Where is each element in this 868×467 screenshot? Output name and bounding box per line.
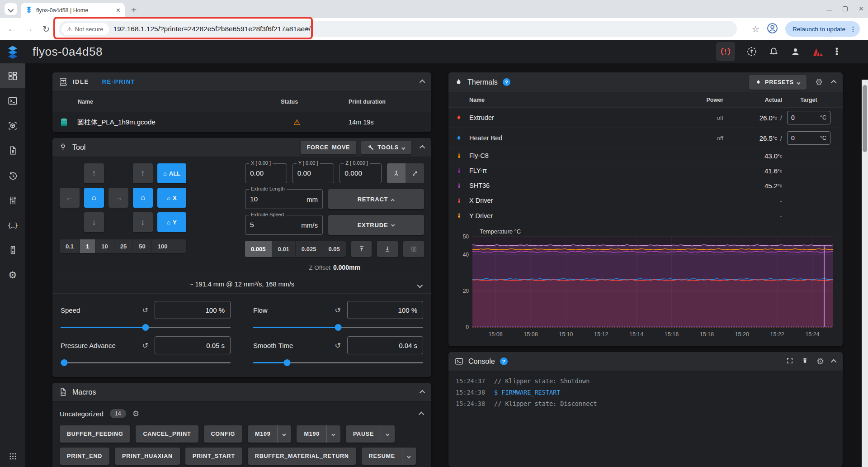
notifications-bell-icon[interactable] xyxy=(769,47,779,57)
target-temp-field[interactable]: °C xyxy=(787,111,830,124)
target-temp-input[interactable] xyxy=(791,114,812,121)
z-step-0.01[interactable]: 0.01 xyxy=(272,241,296,257)
sidebar-item-settings[interactable]: ⚙ xyxy=(0,262,25,287)
extrude-speed-field[interactable]: Extrude Speed mm/s xyxy=(245,215,323,235)
console-log[interactable]: 15:24:37// Klipper state: Shutdown 15:24… xyxy=(448,371,843,443)
z-offset-save-button[interactable] xyxy=(403,241,424,257)
collapse-thermals-panel-icon[interactable] xyxy=(831,80,837,86)
jog-x-plus-button[interactable]: → xyxy=(108,188,128,208)
position-mode-relative-toggle[interactable] xyxy=(406,163,424,183)
macro-button[interactable]: M109 xyxy=(248,425,291,443)
console-settings-icon[interactable]: ⚙ xyxy=(816,356,824,367)
app-logo[interactable] xyxy=(0,44,25,59)
retract-button[interactable]: RETRACT xyxy=(328,189,424,209)
thermals-help-icon[interactable]: ? xyxy=(503,78,510,86)
macro-button[interactable]: PRINT_HUAXIAN xyxy=(115,448,180,465)
z-step-0.025[interactable]: 0.025 xyxy=(296,241,323,257)
move-step-10[interactable]: 10 xyxy=(95,239,114,253)
macro-button[interactable]: PRINT_START xyxy=(185,448,242,465)
thermal-row-extruder[interactable]: Extruder off 26.0°c/ °C xyxy=(448,108,843,128)
console-help-icon[interactable]: ? xyxy=(500,357,508,365)
profile-avatar-icon[interactable] xyxy=(767,23,778,36)
smooth-time-value[interactable]: 0.04 s xyxy=(347,336,423,354)
extrude-length-input[interactable] xyxy=(250,195,303,203)
url-bar[interactable]: ⚠ Not secure 192.168.1.125/?printer=2428… xyxy=(59,21,737,37)
reprint-button[interactable]: RE-PRINT xyxy=(102,78,135,85)
thermal-row-heater-bed[interactable]: Heater Bed off 26.5°c/ °C xyxy=(448,128,843,148)
macro-button[interactable]: CANCEL_PRINT xyxy=(136,425,198,443)
window-maximize-button[interactable] xyxy=(843,6,848,11)
window-close-button[interactable]: × xyxy=(859,5,863,13)
smooth-time-slider[interactable] xyxy=(253,362,423,363)
pressure-advance-slider[interactable] xyxy=(61,362,231,363)
macro-button[interactable]: PAUSE xyxy=(346,425,395,443)
home-x-button[interactable]: ⌂ X xyxy=(157,188,186,208)
z-step-0.005[interactable]: 0.005 xyxy=(245,241,272,257)
thermal-row-fly-c8[interactable]: Fly-C8 43.0°c xyxy=(448,148,843,163)
console-fullscreen-icon[interactable] xyxy=(786,357,793,366)
forward-button[interactable]: → xyxy=(22,24,36,34)
page-scrollbar[interactable] xyxy=(862,80,868,467)
thermal-row-fly-pi[interactable]: FLY-π 41.6°c xyxy=(448,163,843,178)
console-line[interactable]: 15:24:38$ FIRMWARE_RESTART xyxy=(456,387,835,398)
speed-slider[interactable] xyxy=(61,327,231,328)
user-account-icon[interactable] xyxy=(790,47,801,57)
y-position-field[interactable]: Y [ 0.00 ] xyxy=(292,163,335,183)
move-step-0.1[interactable]: 0.1 xyxy=(60,239,80,253)
macro-button[interactable]: CONFIG xyxy=(204,425,242,443)
flow-slider[interactable] xyxy=(253,327,423,328)
home-y-button[interactable]: ⌂ Y xyxy=(157,212,186,232)
home-all-button[interactable]: ⌂ ALL xyxy=(157,163,186,183)
browser-tab[interactable]: flyos-0a4d58 | Home × xyxy=(21,3,125,18)
macro-params-chevron[interactable] xyxy=(381,425,395,443)
jog-z-plus-button[interactable]: ↑ xyxy=(133,163,153,183)
window-minimize-button[interactable] xyxy=(826,10,832,10)
flow-reset-icon[interactable]: ↺ xyxy=(335,306,341,315)
console-line[interactable]: 15:24:37// Klipper state: Shutdown xyxy=(456,376,835,387)
console-clear-trash-icon[interactable] xyxy=(802,357,808,366)
jog-x-minus-button[interactable]: ← xyxy=(60,188,80,208)
extrude-button[interactable]: EXTRUDE xyxy=(328,215,424,235)
collapse-macros-panel-icon[interactable] xyxy=(420,390,425,396)
sidebar-item-macros[interactable]: {…} xyxy=(0,213,25,238)
target-temp-input[interactable] xyxy=(791,134,812,142)
browser-menu-icon[interactable]: ⋮ xyxy=(850,28,856,30)
z-step-0.05[interactable]: 0.05 xyxy=(322,241,345,257)
relaunch-to-update-button[interactable]: Relaunch to update ⋮ xyxy=(785,21,860,37)
security-chip[interactable]: ⚠ Not secure xyxy=(61,23,109,35)
home-xy-button[interactable]: ⌂ xyxy=(84,188,104,208)
presets-dropdown-button[interactable]: PRESETS xyxy=(749,75,807,90)
extrude-speed-input[interactable] xyxy=(250,221,297,229)
z-offset-down-button[interactable] xyxy=(377,241,398,257)
move-step-50[interactable]: 50 xyxy=(133,239,151,253)
collapse-console-panel-icon[interactable] xyxy=(831,359,837,365)
thermal-row-y-driver[interactable]: Y Driver - xyxy=(448,208,843,223)
move-step-25[interactable]: 25 xyxy=(114,239,133,253)
y-position-input[interactable] xyxy=(297,169,330,177)
collapse-macro-category-icon[interactable] xyxy=(419,411,425,417)
pressure-advance-value[interactable]: 0.05 s xyxy=(155,336,231,354)
sidebar-item-tune[interactable] xyxy=(0,188,25,213)
smooth-time-reset-icon[interactable]: ↺ xyxy=(335,341,341,350)
new-tab-button[interactable]: + xyxy=(131,5,137,15)
position-mode-absolute-toggle[interactable] xyxy=(387,163,406,183)
emergency-stop-button[interactable] xyxy=(716,42,735,61)
macro-params-chevron[interactable] xyxy=(277,425,291,443)
collapse-status-panel-icon[interactable] xyxy=(420,80,425,86)
z-offset-up-button[interactable] xyxy=(351,241,372,257)
temperature-chart[interactable]: 020405015:0615:0815:1015:1215:1415:1615:… xyxy=(448,223,843,346)
thermals-settings-icon[interactable]: ⚙ xyxy=(815,77,823,87)
klipper-brand-icon[interactable] xyxy=(812,46,824,58)
force-move-button[interactable]: FORCE_MOVE xyxy=(301,141,357,154)
apps-grid-icon[interactable] xyxy=(0,445,25,467)
speed-reset-icon[interactable]: ↺ xyxy=(142,306,148,315)
x-position-field[interactable]: X [ 0.00 ] xyxy=(245,163,287,183)
url-text[interactable]: 192.168.1.125/?printer=24282e5f2b8e6591e… xyxy=(113,25,311,33)
speed-value[interactable]: 100 % xyxy=(155,301,231,319)
macro-category-settings-icon[interactable]: ⚙ xyxy=(132,409,139,419)
flow-value[interactable]: 100 % xyxy=(347,301,423,319)
bookmark-star-icon[interactable]: ☆ xyxy=(752,24,760,34)
z-position-input[interactable] xyxy=(344,169,377,177)
console-line[interactable]: 15:24:38// Klipper state: Disconnect xyxy=(456,398,835,410)
back-button[interactable]: ← xyxy=(5,24,19,34)
